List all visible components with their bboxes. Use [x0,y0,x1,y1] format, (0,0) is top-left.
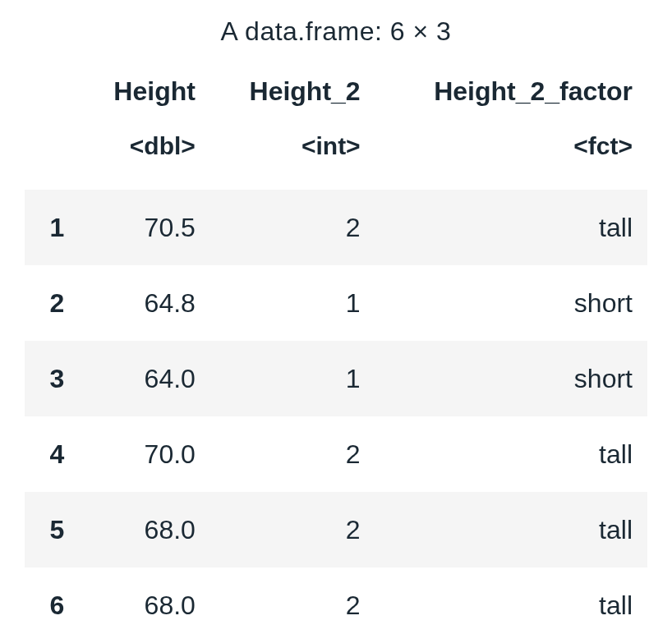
table-row: 1 70.5 2 tall [25,190,647,265]
cell-height: 68.0 [74,567,210,634]
table-caption: A data.frame: 6 × 3 [25,16,647,47]
cell-height2: 2 [210,492,375,567]
table-row: 4 70.0 2 tall [25,416,647,492]
cell-height2factor: tall [375,567,647,634]
column-header-row: Height Height_2 Height_2_factor [25,65,647,117]
table-row: 3 64.0 1 short [25,341,647,416]
row-index: 6 [25,567,74,634]
data-frame-table: Height Height_2 Height_2_factor <dbl> <i… [25,65,647,634]
cell-height2factor: tall [375,416,647,492]
row-index: 5 [25,492,74,567]
cell-height2factor: short [375,341,647,416]
cell-height: 70.5 [74,190,210,265]
table-row: 2 64.8 1 short [25,265,647,341]
column-type-height2: <int> [210,117,375,190]
table-row: 5 68.0 2 tall [25,492,647,567]
row-index: 4 [25,416,74,492]
row-index: 3 [25,341,74,416]
row-index: 1 [25,190,74,265]
table-row: 6 68.0 2 tall [25,567,647,634]
header-blank-corner [25,65,74,117]
cell-height2: 2 [210,416,375,492]
column-header-height: Height [74,65,210,117]
cell-height: 64.8 [74,265,210,341]
cell-height: 64.0 [74,341,210,416]
cell-height2factor: tall [375,190,647,265]
column-header-height2factor: Height_2_factor [375,65,647,117]
cell-height: 70.0 [74,416,210,492]
cell-height2: 1 [210,341,375,416]
column-type-height2factor: <fct> [375,117,647,190]
cell-height2factor: tall [375,492,647,567]
column-header-height2: Height_2 [210,65,375,117]
cell-height2factor: short [375,265,647,341]
cell-height2: 2 [210,567,375,634]
type-blank-corner [25,117,74,190]
column-type-height: <dbl> [74,117,210,190]
cell-height2: 2 [210,190,375,265]
column-type-row: <dbl> <int> <fct> [25,117,647,190]
row-index: 2 [25,265,74,341]
cell-height: 68.0 [74,492,210,567]
cell-height2: 1 [210,265,375,341]
